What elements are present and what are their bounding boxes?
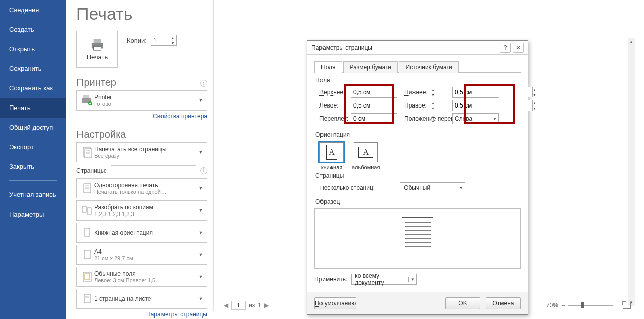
dialog-titlebar: Параметры страницы ? ✕ <box>307 41 528 55</box>
info-icon[interactable]: i <box>200 80 207 87</box>
defaults-button[interactable]: По умолчанию <box>314 297 356 309</box>
sample-label: Образец <box>315 198 521 205</box>
paper-dropdown[interactable]: A421 см x 29,7 см ▼ <box>76 245 207 265</box>
printer-name: Printer <box>94 94 198 101</box>
margin-bottom-input[interactable] <box>453 87 532 97</box>
svg-rect-22 <box>84 294 90 303</box>
down-icon[interactable]: ▼ <box>533 92 536 97</box>
sidebar-item-account[interactable]: Учетная запись <box>0 185 66 204</box>
sidebar-item-share[interactable]: Общий доступ <box>0 118 66 137</box>
page-total: 1 <box>258 302 261 309</box>
margins-dropdown[interactable]: Обычные поляЛевое: 3 см Правое: 1,5… ▼ <box>76 267 207 287</box>
chevron-down-icon: ▼ <box>198 230 204 235</box>
multipage-value: Обычный <box>400 184 457 191</box>
print-range-label: Напечатать все страницы <box>94 146 198 153</box>
preview-scrollbar[interactable]: ▲ ▼ <box>628 38 635 306</box>
sides-sub: Печатать только на одной… <box>94 189 198 195</box>
backstage-sidebar: Сведения Создать Открыть Сохранить Сохра… <box>0 0 66 319</box>
down-icon[interactable]: ▼ <box>533 105 536 111</box>
close-button[interactable]: ✕ <box>513 43 524 53</box>
chevron-down-icon[interactable]: ▼ <box>491 114 498 124</box>
chevron-down-icon: ▼ <box>198 252 204 257</box>
pages-label: Страницы: <box>76 167 107 174</box>
tab-paper[interactable]: Размер бумаги <box>343 61 398 73</box>
tab-margins[interactable]: Поля <box>314 61 342 73</box>
sidebar-item-options[interactable]: Параметры <box>0 204 66 224</box>
sidebar-item-saveas[interactable]: Сохранить как <box>0 78 66 98</box>
copies-input[interactable] <box>151 35 169 45</box>
apply-value: ко всему документу <box>352 272 408 286</box>
gutter-pos-value: Слева <box>453 114 491 124</box>
scroll-up-icon[interactable]: ▲ <box>628 38 635 45</box>
sidebar-item-new[interactable]: Создать <box>0 20 66 39</box>
print-button[interactable]: Печать <box>76 31 118 68</box>
collate-icon <box>80 205 94 216</box>
collate-dropdown[interactable]: Разобрать по копиям1,2,3 1,2,3 1,2,3 ▼ <box>76 200 207 221</box>
up-icon[interactable]: ▲ <box>533 87 536 92</box>
zoom-in-button[interactable]: + <box>616 302 620 309</box>
sidebar-item-save[interactable]: Сохранить <box>0 59 66 78</box>
dialog-footer: По умолчанию OK Отмена <box>307 292 528 314</box>
zoom-slider[interactable] <box>568 301 613 309</box>
printer-dropdown[interactable]: PrinterГотово ▼ <box>76 90 207 111</box>
sides-dropdown[interactable]: Односторонняя печатьПечатать только на о… <box>76 178 207 198</box>
paper-label: A4 <box>94 248 198 255</box>
apply-select[interactable]: ко всему документу▼ <box>351 274 417 285</box>
margin-right-input[interactable] <box>453 100 532 111</box>
help-button[interactable]: ? <box>500 43 511 53</box>
margin-bottom-spinner[interactable]: ▲▼ <box>452 87 499 98</box>
prev-page-button[interactable]: ◀ <box>224 302 228 309</box>
fit-to-window-button[interactable] <box>623 302 631 309</box>
next-page-button[interactable]: ▶ <box>264 302 269 309</box>
zoom-out-button[interactable]: − <box>561 302 565 309</box>
copies-up[interactable]: ▲ <box>169 35 176 40</box>
svg-rect-2 <box>94 46 101 50</box>
chevron-down-icon: ▼ <box>198 274 204 279</box>
collate-label: Разобрать по копиям <box>94 204 198 211</box>
sidebar-item-open[interactable]: Открыть <box>0 39 66 59</box>
page-title: Печать <box>76 0 207 31</box>
multipage-select[interactable]: Обычный▼ <box>400 182 465 193</box>
sidebar-item-info[interactable]: Сведения <box>0 0 66 20</box>
ok-button[interactable]: OK <box>445 297 480 309</box>
cancel-button[interactable]: Отмена <box>486 297 521 309</box>
settings-section-title: Настройка <box>76 129 207 140</box>
print-range-dropdown[interactable]: Напечатать все страницыВсе сразу ▼ <box>76 142 207 162</box>
orientation-landscape[interactable]: Aальбомная <box>352 142 380 170</box>
chevron-down-icon[interactable]: ▼ <box>457 186 465 190</box>
printer-properties-link[interactable]: Свойства принтера <box>76 113 207 120</box>
margin-right-spinner[interactable]: ▲▼ <box>452 100 499 111</box>
margin-left-spinner[interactable]: ▲▼ <box>351 100 397 111</box>
multipage-label: несколько страниц: <box>320 184 375 191</box>
sidebar-item-export[interactable]: Экспорт <box>0 137 66 157</box>
sidebar-item-print[interactable]: Печать <box>0 98 66 118</box>
tab-source[interactable]: Источник бумаги <box>399 61 459 73</box>
chevron-down-icon[interactable]: ▼ <box>408 277 416 282</box>
pages-icon <box>80 146 94 158</box>
sidebar-item-close[interactable]: Закрыть <box>0 157 66 176</box>
print-button-label: Печать <box>87 53 108 61</box>
svg-rect-17 <box>87 208 91 214</box>
info-icon[interactable]: i <box>200 167 207 174</box>
copies-down[interactable]: ▼ <box>169 40 176 45</box>
svg-rect-8 <box>85 149 92 158</box>
per-page-dropdown[interactable]: 1 страница на листе ▼ <box>76 289 207 309</box>
gutter-pos-select[interactable]: Слева▼ <box>452 113 499 124</box>
svg-rect-19 <box>84 250 90 259</box>
orientation-portrait[interactable]: Aкнижная <box>319 142 344 170</box>
gutter-label: Переплет: <box>319 115 351 122</box>
page-setup-link[interactable]: Параметры страницы <box>76 311 207 318</box>
orientation-dropdown[interactable]: Книжная ориентация ▼ <box>76 223 207 243</box>
printer-status: Готово <box>94 101 198 107</box>
copies-spinner[interactable]: ▲▼ <box>151 35 177 46</box>
margin-top-spinner[interactable]: ▲▼ <box>351 87 397 98</box>
pages-input[interactable] <box>111 165 196 176</box>
dialog-title: Параметры страницы <box>311 44 498 51</box>
paper-sub: 21 см x 29,7 см <box>94 255 198 261</box>
up-icon[interactable]: ▲ <box>533 100 536 105</box>
orientation-label: Книжная ориентация <box>94 229 198 236</box>
page-number-input[interactable] <box>231 301 246 310</box>
print-panel: Печать Печать Копии: ▲▼ Принтерi Printer… <box>76 0 207 318</box>
gutter-spinner[interactable]: ▲▼ <box>351 113 397 124</box>
zoom-label: 70% <box>546 302 558 309</box>
